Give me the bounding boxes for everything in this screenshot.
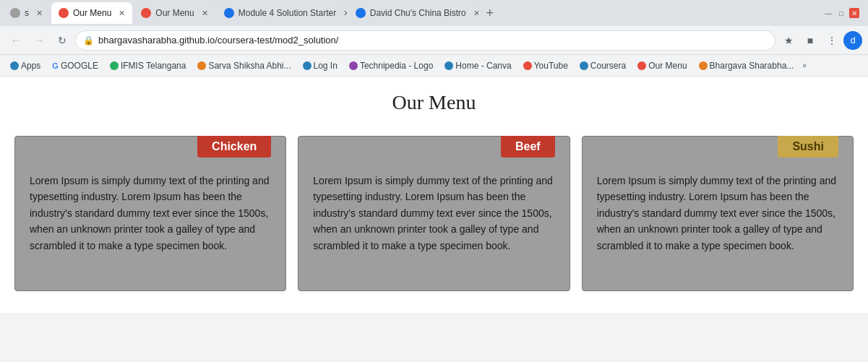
technipedia-icon (349, 61, 358, 70)
sarva-icon (197, 61, 206, 70)
bookmark-bhargava-label: Bhargava Sharabha... (710, 61, 794, 71)
bookmark-login[interactable]: Log In (298, 59, 342, 72)
canva-icon (444, 61, 453, 70)
reload-button[interactable]: ↻ (52, 30, 72, 51)
tab-our-menu-1-favicon (59, 8, 69, 18)
bookmark-our-menu[interactable]: Our Menu (633, 59, 691, 72)
window-controls: — □ ✕ (823, 8, 865, 18)
browser-window: s ✕ Our Menu ✕ Our Menu ✕ Module 4 Solut… (0, 0, 868, 362)
profile-button[interactable]: d (843, 31, 862, 50)
address-text: bhargavasharabha.github.io/coursera-test… (98, 35, 768, 46)
tab-david-chu-favicon (356, 8, 366, 18)
bookmark-star-button[interactable]: ★ (778, 30, 799, 51)
bookmark-apps-label: Apps (21, 61, 40, 71)
navigation-bar: ← → ↻ 🔒 bhargavasharabha.github.io/cours… (0, 26, 868, 55)
menu-card-sushi: Sushi Lorem Ipsum is simply dummy text o… (582, 136, 854, 291)
bookmark-youtube[interactable]: YouTube (519, 59, 572, 72)
ifmis-icon (110, 61, 119, 70)
coursera-icon (580, 61, 588, 70)
tab-s-close[interactable]: ✕ (36, 9, 43, 18)
beef-badge: Beef (501, 136, 555, 158)
forward-button[interactable]: → (29, 30, 49, 51)
tab-david-chu-label: David Chu's China Bistro (370, 8, 466, 18)
maximize-button[interactable]: □ (836, 8, 846, 18)
bookmark-google[interactable]: G GOOGLE (48, 59, 103, 72)
tab-module4-favicon (224, 8, 234, 18)
our-menu-bm-icon (637, 61, 646, 70)
bookmark-coursera-label: Coursera (590, 61, 626, 71)
tab-david-chu[interactable]: David Chu's China Bistro ✕ (348, 2, 478, 24)
google-icon: G (52, 61, 59, 70)
bookmark-sarva[interactable]: Sarva Shiksha Abhi... (193, 59, 295, 72)
page-title: Our Menu (0, 91, 868, 114)
new-tab-button[interactable]: + (480, 3, 500, 23)
bookmark-canva-label: Home - Canva (455, 61, 511, 71)
bookmark-sarva-label: Sarva Shiksha Abhi... (208, 61, 291, 71)
bookmark-ifmis[interactable]: IFMIS Telangana (106, 59, 191, 72)
bookmark-our-menu-label: Our Menu (648, 61, 687, 71)
tab-david-chu-close[interactable]: ✕ (473, 9, 478, 18)
bookmark-coursera[interactable]: Coursera (575, 59, 630, 72)
settings-button[interactable]: ⋮ (822, 30, 842, 51)
bookmark-technipedia-label: Technipedia - Logo (360, 61, 433, 71)
bookmark-technipedia[interactable]: Technipedia - Logo (345, 59, 437, 72)
login-icon (303, 61, 311, 70)
tab-our-menu-1-close[interactable]: ✕ (119, 9, 125, 18)
bookmarks-bar: Apps G GOOGLE IFMIS Telangana Sarva Shik… (0, 55, 868, 77)
address-bar[interactable]: 🔒 bhargavasharabha.github.io/coursera-te… (75, 30, 775, 51)
tab-module4-label: Module 4 Solution Starter (239, 8, 336, 18)
back-button[interactable]: ← (6, 30, 26, 51)
tab-our-menu-2[interactable]: Our Menu ✕ (134, 2, 215, 24)
menu-card-chicken: Chicken Lorem Ipsum is simply dummy text… (14, 136, 286, 291)
bookmark-youtube-label: YouTube (534, 61, 568, 71)
lock-icon: 🔒 (83, 35, 94, 46)
nav-icons-right: ★ ■ ⋮ d (778, 30, 862, 51)
close-button[interactable]: ✕ (849, 8, 859, 18)
bookmark-canva[interactable]: Home - Canva (440, 59, 515, 72)
page-content: Our Menu Chicken Lorem Ipsum is simply d… (0, 77, 868, 313)
bookmark-bhargava[interactable]: Bhargava Sharabha... (695, 59, 799, 72)
youtube-icon (523, 61, 532, 70)
tab-our-menu-2-close[interactable]: ✕ (202, 9, 208, 18)
bookmark-google-label: GOOGLE (61, 61, 98, 71)
menu-card-beef: Beef Lorem Ipsum is simply dummy text of… (298, 136, 570, 291)
tab-bar: s ✕ Our Menu ✕ Our Menu ✕ Module 4 Solut… (0, 0, 868, 26)
bhargava-icon (699, 61, 708, 70)
tab-module4[interactable]: Module 4 Solution Starter ✕ (217, 2, 347, 24)
tab-module4-close[interactable]: ✕ (343, 9, 347, 18)
menu-cards-container: Chicken Lorem Ipsum is simply dummy text… (0, 136, 868, 291)
tab-s-favicon (10, 8, 20, 18)
bookmark-login-label: Log In (314, 61, 338, 71)
tab-s-label: s (25, 8, 29, 18)
tab-our-menu-2-favicon (141, 8, 151, 18)
tab-our-menu-1-label: Our Menu (73, 8, 111, 18)
bookmark-ifmis-label: IFMIS Telangana (121, 61, 186, 71)
extensions-button[interactable]: ■ (800, 30, 820, 51)
tab-our-menu-1[interactable]: Our Menu ✕ (51, 2, 132, 24)
bookmarks-more-chevron[interactable]: » (802, 61, 807, 69)
tab-our-menu-2-label: Our Menu (155, 8, 194, 18)
sushi-badge: Sushi (778, 136, 838, 158)
minimize-button[interactable]: — (823, 8, 833, 18)
chicken-badge: Chicken (197, 136, 271, 158)
tab-s[interactable]: s ✕ (3, 2, 50, 24)
apps-icon (10, 61, 19, 70)
bookmark-apps[interactable]: Apps (6, 59, 45, 72)
